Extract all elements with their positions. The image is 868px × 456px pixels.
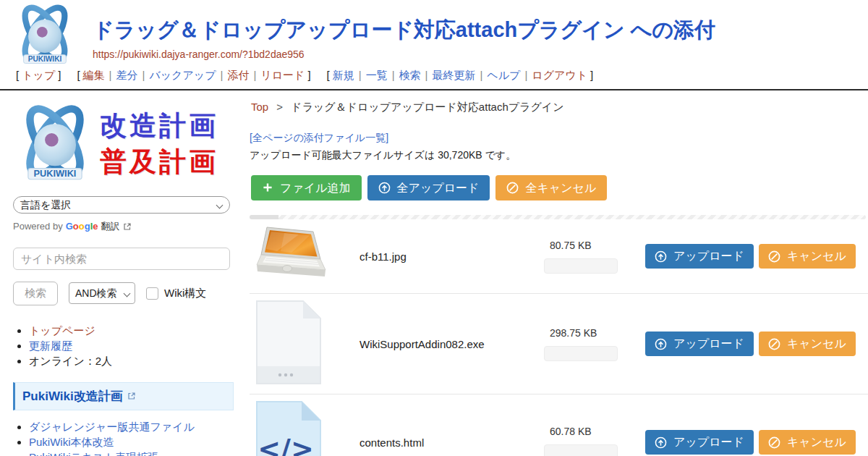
slogan-line-2: 普及計画	[100, 144, 218, 180]
page-url[interactable]: https://pukiwiki.dajya-ranger.com/?1bd2d…	[93, 48, 868, 60]
file-thumbnail-cell: </>	[250, 400, 359, 456]
file-size-cell: 60.78 KB	[544, 426, 637, 456]
sidebar: PUKIWIKI 改造計画 普及計画 言語を選択 Powered by Goog…	[0, 90, 250, 456]
upload-icon	[655, 250, 667, 263]
sidebar-link[interactable]: 更新履歴	[29, 339, 72, 352]
cancel-icon	[768, 436, 780, 449]
list-item: ダジャレンジャー版共通ファイル	[29, 421, 250, 434]
sidebar-section-heading[interactable]: PukiWiki改造計画	[13, 382, 234, 410]
pukiwiki-logo: PUKIWIKI	[12, 3, 78, 71]
wiki-syntax-label: Wiki構文	[164, 287, 206, 300]
breadcrumb-top-link[interactable]: Top	[251, 101, 268, 113]
html-file-icon: </>	[255, 400, 322, 456]
page-header: PUKIWIKI ドラッグ＆ドロップアップロード対応attachプラグイン への…	[0, 0, 868, 90]
slogan-line-1: 改造計画	[100, 108, 218, 144]
search-mode-select[interactable]: AND検索	[69, 282, 135, 304]
breadcrumb-separator: >	[276, 101, 283, 113]
file-row: </> contents.html 60.78 KB アップロード	[250, 394, 868, 456]
nav-separator: |	[142, 69, 145, 81]
search-mode-value: AND検索	[75, 287, 117, 299]
atom-logo-icon: PUKIWIKI	[13, 102, 97, 186]
nav-separator: |	[524, 69, 527, 81]
all-attachments-link[interactable]: [全ページの添付ファイル一覧]	[250, 132, 388, 145]
nav-separator: |	[425, 69, 428, 81]
generic-file-icon	[255, 300, 322, 385]
file-thumbnail-cell	[250, 225, 359, 287]
upload-progress-bar	[544, 444, 618, 456]
list-item: PukiWiki本体改造	[29, 436, 250, 449]
upload-button[interactable]: アップロード	[645, 430, 754, 454]
breadcrumb: Top > ドラッグ＆ドロップアップロード対応attachプラグイン	[250, 101, 868, 114]
sidebar-link[interactable]: トップページ	[29, 324, 95, 337]
nav-bracket-close: ]	[590, 69, 593, 81]
file-name: cf-b11.jpg	[359, 250, 544, 263]
upload-button[interactable]: アップロード	[645, 332, 754, 355]
nav-link[interactable]: 検索	[399, 69, 421, 81]
cancel-button-label: キャンセル	[787, 249, 846, 263]
nav-separator: |	[359, 69, 362, 81]
cancel-button-label: キャンセル	[787, 337, 846, 350]
wiki-syntax-checkbox[interactable]	[146, 287, 158, 300]
sidebar-link[interactable]: PukiWikiテキスト表現拡張	[29, 451, 158, 456]
google-letter: e	[93, 221, 98, 232]
upload-icon	[655, 436, 667, 449]
nav-link[interactable]: 最終更新	[432, 69, 475, 81]
add-file-button[interactable]: ファイル追加	[251, 175, 362, 200]
sidebar-link[interactable]: ダジャレンジャー版共通ファイル	[29, 421, 195, 433]
nav-link[interactable]: 差分	[116, 69, 137, 81]
language-select[interactable]: 言語を選択	[13, 196, 230, 214]
file-row: WikiSupportAddin082.exe 298.75 KB アップロード	[250, 294, 868, 394]
file-row-buttons: アップロード キャンセル	[645, 430, 856, 454]
nav-group: [新規|一覧|検索|最終更新|ヘルプ|ログアウト]	[324, 69, 597, 81]
nav-separator: |	[480, 69, 482, 81]
cancel-button[interactable]: キャンセル	[759, 244, 856, 268]
nav-link[interactable]: 新規	[333, 69, 354, 81]
file-size-cell: 80.75 KB	[544, 240, 637, 274]
file-thumbnail-cell	[250, 300, 359, 388]
wiki-syntax-option: Wiki構文	[146, 287, 206, 300]
cancel-icon	[768, 250, 780, 263]
file-name: WikiSupportAddin082.exe	[359, 338, 544, 350]
sidebar-site-logo: PUKIWIKI 改造計画 普及計画	[13, 102, 250, 186]
logo-brand-text: PUKIWIKI	[34, 168, 77, 179]
nav-link[interactable]: 編集	[83, 69, 105, 81]
sidebar-menu-links: ダジャレンジャー版共通ファイルPukiWiki本体改造PukiWikiテキスト表…	[13, 421, 250, 456]
main-content: Top > ドラッグ＆ドロップアップロード対応attachプラグイン [全ページ…	[250, 90, 868, 456]
nav-link[interactable]: 一覧	[366, 69, 388, 81]
upload-button-label: アップロード	[673, 337, 744, 350]
search-button[interactable]: 検索	[13, 282, 58, 305]
cancel-all-button[interactable]: 全キャンセル	[495, 175, 607, 200]
action-buttons: ファイル追加 全アップロード 全キャンセル	[250, 175, 868, 200]
file-size: 60.78 KB	[544, 426, 637, 437]
nav-bracket-close: ]	[307, 69, 310, 81]
nav-link[interactable]: バックアップ	[149, 69, 216, 81]
sidebar-link[interactable]: PukiWiki本体改造	[29, 436, 114, 448]
google-translate-attribution: Powered by Google 翻訳	[13, 220, 250, 233]
cancel-icon	[506, 182, 519, 194]
upload-button[interactable]: アップロード	[645, 244, 754, 268]
search-controls: 検索 AND検索 Wiki構文	[13, 282, 250, 305]
nav-separator: |	[221, 69, 224, 81]
upload-all-button[interactable]: 全アップロード	[367, 175, 490, 200]
cancel-icon	[768, 338, 780, 350]
nav-link[interactable]: ログアウト	[532, 69, 587, 81]
cancel-button[interactable]: キャンセル	[759, 430, 856, 454]
sidebar-top-links: トップページ更新履歴オンライン：2人	[13, 324, 250, 368]
nav-bracket-open: [	[327, 69, 330, 81]
cancel-button[interactable]: キャンセル	[759, 332, 856, 355]
sidebar-static-text: オンライン：2人	[29, 355, 250, 368]
nav-link[interactable]: 添付	[227, 69, 249, 81]
google-logo-text: Google	[66, 221, 98, 232]
upload-progress-bar	[544, 258, 618, 274]
cancel-all-label: 全キャンセル	[525, 181, 596, 195]
upload-icon	[655, 338, 667, 350]
file-size-cell: 298.75 KB	[544, 327, 637, 361]
upload-icon	[378, 182, 391, 194]
nav-link[interactable]: ヘルプ	[487, 69, 520, 81]
nav-link[interactable]: リロード	[260, 69, 305, 81]
chevron-down-icon	[124, 290, 131, 297]
site-search-input[interactable]	[13, 248, 230, 270]
svg-text:</>: </>	[258, 433, 314, 456]
laptop-photo-thumbnail	[255, 225, 328, 284]
atom-logo-icon: PUKIWIKI	[12, 3, 78, 68]
